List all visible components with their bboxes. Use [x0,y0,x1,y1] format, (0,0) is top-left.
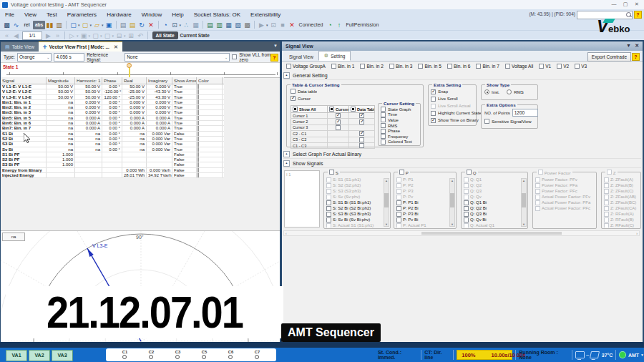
device-menu[interactable]: AMT [628,353,639,358]
extra-setting-checkbox-show-time-on-binary[interactable] [431,118,436,123]
channel-c5[interactable]: C5 [202,351,207,360]
save-icon[interactable]: ▣ [104,21,114,29]
extra-setting-show-time-on-binary[interactable]: Show Time on Binary [431,117,482,124]
signal-checkbox-q-q3-bi[interactable] [464,212,469,217]
signal-checkbox-q-q2-bi[interactable] [464,206,469,211]
waveform-icon[interactable]: ∿ [11,21,21,29]
close-icon[interactable]: ✕ [635,43,639,49]
table-row[interactable]: V L2-E: V L2-E50.00 V50.00 V-120.00 °-25… [1,89,224,94]
select-all-checkbox[interactable] [351,107,356,112]
sync-clock-icon[interactable]: ◔ [325,21,334,29]
disconnect-icon[interactable]: ✕ [288,21,297,29]
signal-checkbox-p-p3-bi[interactable] [396,212,401,217]
scroll-left-icon[interactable]: ‹ [286,231,287,236]
cursor-setting-state-graph[interactable]: State Graph [381,107,412,112]
menu-item-parameters[interactable]: Parameters [62,11,102,18]
signal-item-p-p2-bi[interactable]: P: P2 Bi [396,205,449,211]
extra-setting-checkbox-live-scroll[interactable] [431,97,436,102]
table-row[interactable]: S2 Binana0.00 °na0.000 VarTrue [1,137,224,142]
cursor-setting-colored-text[interactable]: Colored Text [381,140,412,145]
cursor-setting-rms[interactable]: RMS [381,123,412,129]
table-row[interactable]: Bin5: Bin. in 5na0.000 A0.00 °0.000 A0.0… [1,116,224,121]
cursor-setting-checkbox-state-graph[interactable] [381,107,386,112]
collapse-icon[interactable]: ▴ [283,160,290,167]
signal-item-p-p1-bi[interactable]: P: P1 Bi [396,200,449,205]
channel-c3[interactable]: C3 [175,351,180,360]
menu-item-window[interactable]: Window [137,11,167,18]
signal-item-q-q1-bi[interactable]: Q: Q1 Bi [464,200,521,205]
dropdown-arrow-icon[interactable]: ▾ [78,23,80,27]
scope-view-2-icon[interactable]: ▥ [215,21,224,29]
signal-checkbox-q-qv-bi[interactable] [464,217,469,222]
signal-checkbox-p-pv-bi[interactable] [396,217,401,222]
new-template-icon[interactable]: ▢ [81,21,90,29]
filter-v2[interactable]: V2 [557,64,569,69]
abs-mode-button[interactable]: abs [33,21,45,29]
scrollbar-thumb[interactable] [522,193,526,207]
menu-item-socket-status-ok[interactable]: Socket Status: OK [189,11,245,18]
network-icon[interactable]: ∴ [182,21,191,29]
grid-checkbox[interactable] [336,113,341,118]
table-row[interactable]: S2 Bi PF1.000False [1,157,224,162]
tab-table-view[interactable]: ▤ Table View [1,42,39,52]
filter-checkbox-bin-in-7[interactable] [476,64,481,69]
dropdown-arrow-icon[interactable]: ▾ [124,34,126,38]
page-indicator[interactable]: 1/1 [22,31,42,40]
copy-icon[interactable]: ▤ [119,21,128,29]
signal-item-s-sv-bi-sv-bi-phv[interactable]: S: Sv Bi (Sv Bi:phv) [326,217,384,222]
signal-item-q-qv-bi[interactable]: Q: Qv Bi [464,217,521,222]
va3-button[interactable]: VA3 [52,350,73,361]
scrollbar-thumb[interactable] [450,193,454,207]
channel-c2[interactable]: C2 [149,351,154,360]
filter-bin-in-5[interactable]: Bin. in 5 [418,64,441,69]
va2-button[interactable]: VA2 [29,350,50,361]
filter-checkbox-bin-in-3[interactable] [389,64,394,69]
filter-checkbox-voltage-groupa[interactable] [286,64,291,69]
group-checkbox-q[interactable] [467,170,472,175]
cursor-setting-checkbox-rms[interactable] [381,123,386,128]
menu-item-extensibility[interactable]: Extensibility [245,11,286,18]
close-button[interactable]: ✕ [631,0,643,8]
grid-checkbox[interactable] [359,143,364,148]
grid-checkbox[interactable] [336,119,341,124]
show-vll-checkbox[interactable] [232,54,237,59]
table-row[interactable]: Injected Energy28.01 TWh34.92 TVarhFalse [1,173,224,178]
monitor-search-icon[interactable]: ⊡ [170,21,180,29]
table-row[interactable]: Energy from Binary0.000 Wh0.000 VarhFals… [1,168,224,173]
nav-last-button[interactable]: » [53,31,62,40]
paste-icon[interactable]: ▤ [128,21,137,29]
scroll-up-icon[interactable]: ▲ [384,179,389,182]
stop-button[interactable]: ■ [278,21,288,29]
filter-bin-in-2[interactable]: Bin. in 2 [360,64,384,69]
scroll-up-icon[interactable]: ▲ [450,179,454,182]
group-checkbox-s[interactable] [329,170,334,175]
scroll-right-icon[interactable]: › [636,231,638,236]
signal-checkbox-p-p2-bi[interactable] [396,206,401,211]
maximize-button[interactable]: ▢ [620,0,631,8]
cursor-setting-value[interactable]: Value [381,117,412,123]
nav-next-button[interactable]: ▶ [44,31,53,40]
timeline-cursor-handle[interactable] [127,63,132,68]
sensitive-signalview-checkbox[interactable] [484,119,489,124]
hardware-setup-icon[interactable]: ▥ [54,21,64,29]
scope-view-3-icon[interactable]: ▦ [224,21,233,29]
signal-item-p-p3-bi[interactable]: P: P3 Bi [396,211,449,217]
menu-item-hardware[interactable]: Hardware [102,11,137,18]
filter-checkbox-bin-in-2[interactable] [360,64,365,69]
select-all-checkbox[interactable] [293,107,298,112]
table-row[interactable]: Bin3: Bin. in 3na0.000 V0.00 °0.000 V0.0… [1,110,224,115]
minimize-button[interactable]: — [608,0,620,8]
analog-channels-icon[interactable]: ▮▮ [45,21,54,29]
collapse-icon[interactable]: ▴ [283,72,290,79]
chevron-down-icon[interactable]: ▼ [273,44,278,48]
table-row[interactable]: Bin6: Bin. in 6na0.000 A0.00 °0.000 A0.0… [1,121,224,126]
select-graph-expander[interactable]: ▴ Select Graph For Actual Binary [283,150,641,159]
dropdown-arrow-icon[interactable]: ▾ [77,34,79,38]
signal-item-q-q2-bi[interactable]: Q: Q2 Bi [464,205,521,211]
dropdown-arrow-icon[interactable]: ▾ [100,34,102,38]
extra-setting-live-scroll[interactable]: Live Scroll [431,95,482,102]
filter-bin-in-1[interactable]: Bin. in 1 [331,64,355,69]
export-comtrade-button[interactable]: Export Comtrade [587,52,631,62]
dropdown-arrow-icon[interactable]: ▾ [89,34,91,38]
table-row[interactable]: S1 Bi PF1.000False [1,152,224,157]
